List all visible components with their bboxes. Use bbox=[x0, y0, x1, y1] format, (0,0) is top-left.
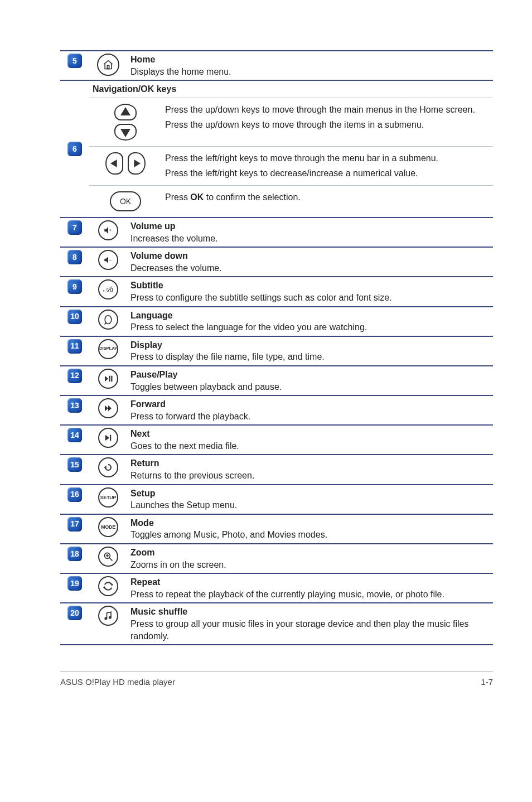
updown-desc-2: Press the up/down keys to move through t… bbox=[165, 119, 490, 131]
ok-desc-post: to confirm the selection. bbox=[204, 192, 300, 202]
subtitle-icon: 𝒜a bbox=[98, 279, 118, 299]
subtitle-title: Subtitle bbox=[130, 279, 490, 292]
volume-down-icon: – bbox=[98, 250, 118, 270]
svg-marker-15 bbox=[105, 435, 110, 441]
volume-down-desc: Decreases the volume. bbox=[130, 262, 490, 274]
svg-text:–: – bbox=[109, 257, 112, 263]
leftright-desc-1: Press the left/right keys to move throug… bbox=[165, 152, 490, 165]
repeat-icon bbox=[98, 576, 118, 596]
pause-play-icon bbox=[98, 369, 118, 389]
home-desc: Displays the home menu. bbox=[130, 66, 490, 78]
updown-desc-1: Press the up/down keys to move through t… bbox=[165, 104, 490, 116]
home-title: Home bbox=[130, 54, 490, 66]
volume-up-icon: + bbox=[98, 220, 118, 240]
zoom-icon bbox=[98, 547, 118, 567]
next-icon bbox=[98, 428, 118, 448]
mode-desc: Toggles among Music, Photo, and Movies m… bbox=[130, 529, 490, 541]
navok-heading: Navigation/OK keys bbox=[89, 80, 493, 98]
return-desc: Returns to the previous screen. bbox=[130, 470, 490, 482]
svg-rect-0 bbox=[107, 66, 109, 69]
return-title: Return bbox=[130, 457, 490, 470]
next-title: Next bbox=[130, 428, 490, 440]
badge-7: 7 bbox=[67, 220, 82, 235]
display-icon: DISPLAY bbox=[98, 339, 118, 359]
svg-marker-3 bbox=[110, 160, 117, 167]
pauseplay-title: Pause/Play bbox=[130, 369, 490, 381]
svg-rect-16 bbox=[110, 435, 111, 441]
zoom-title: Zoom bbox=[130, 547, 490, 559]
pauseplay-desc: Toggles between playback and pause. bbox=[130, 381, 490, 393]
svg-marker-10 bbox=[105, 376, 108, 382]
svg-marker-22 bbox=[112, 583, 113, 586]
forward-title: Forward bbox=[130, 398, 490, 410]
svg-text:+: + bbox=[109, 228, 112, 233]
down-arrow-icon bbox=[114, 124, 137, 141]
ok-desc-pre: Press bbox=[165, 192, 190, 202]
badge-20: 20 bbox=[67, 606, 82, 620]
svg-point-25 bbox=[109, 616, 112, 619]
badge-9: 9 bbox=[67, 279, 82, 294]
badge-5: 5 bbox=[67, 54, 82, 68]
language-desc: Press to select the language for the vid… bbox=[130, 321, 490, 334]
language-title: Language bbox=[130, 310, 490, 322]
svg-marker-4 bbox=[134, 160, 141, 167]
svg-marker-2 bbox=[120, 129, 130, 137]
badge-11: 11 bbox=[67, 339, 82, 354]
leftright-desc-2: Press the left/right keys to decrease/in… bbox=[165, 167, 490, 180]
right-arrow-icon bbox=[128, 152, 146, 175]
svg-marker-7 bbox=[104, 257, 108, 263]
badge-13: 13 bbox=[67, 398, 82, 413]
volume-up-desc: Increases the volume. bbox=[130, 233, 490, 245]
repeat-desc: Press to repeat the playback of the curr… bbox=[130, 588, 490, 601]
volume-up-title: Volume up bbox=[130, 220, 490, 233]
badge-17: 17 bbox=[67, 517, 82, 532]
svg-line-19 bbox=[109, 558, 113, 561]
svg-marker-5 bbox=[104, 227, 108, 234]
svg-point-24 bbox=[104, 617, 107, 620]
shuffle-desc: Press to group all your music files in y… bbox=[130, 618, 490, 642]
left-arrow-icon bbox=[105, 152, 123, 175]
svg-rect-12 bbox=[111, 376, 112, 382]
shuffle-title: Music shuffle bbox=[130, 606, 490, 618]
badge-8: 8 bbox=[67, 250, 82, 264]
svg-marker-23 bbox=[103, 586, 105, 589]
badge-14: 14 bbox=[67, 428, 82, 442]
music-shuffle-icon bbox=[98, 606, 118, 626]
zoom-desc: Zooms in on the screen. bbox=[130, 559, 490, 571]
badge-18: 18 bbox=[67, 547, 82, 561]
svg-rect-11 bbox=[109, 376, 110, 382]
mode-title: Mode bbox=[130, 517, 490, 529]
forward-desc: Press to forward the playback. bbox=[130, 410, 490, 423]
mode-icon: MODE bbox=[98, 517, 118, 537]
footer-left: ASUS O!Play HD media player bbox=[60, 677, 175, 687]
next-desc: Goes to the next media file. bbox=[130, 440, 490, 452]
return-icon bbox=[98, 457, 118, 477]
footer-right: 1-7 bbox=[481, 677, 493, 687]
repeat-title: Repeat bbox=[130, 576, 490, 588]
setup-title: Setup bbox=[130, 487, 490, 500]
up-arrow-icon bbox=[114, 104, 137, 120]
badge-16: 16 bbox=[67, 487, 82, 502]
setup-icon: SETUP bbox=[98, 487, 118, 508]
badge-12: 12 bbox=[67, 369, 82, 383]
setup-desc: Launches the Setup menu. bbox=[130, 499, 490, 511]
badge-15: 15 bbox=[67, 457, 82, 472]
svg-marker-1 bbox=[120, 107, 130, 115]
display-title: Display bbox=[130, 339, 490, 351]
badge-10: 10 bbox=[67, 310, 82, 324]
badge-6: 6 bbox=[67, 142, 82, 156]
svg-marker-13 bbox=[105, 405, 108, 412]
home-icon bbox=[97, 54, 119, 76]
subtitle-desc: Press to configure the subtitle settings… bbox=[130, 292, 490, 304]
ok-button-icon: OK bbox=[110, 191, 141, 211]
ok-desc-strong: OK bbox=[190, 192, 204, 202]
language-icon bbox=[98, 310, 118, 330]
display-desc: Press to display the file name, file typ… bbox=[130, 351, 490, 363]
badge-19: 19 bbox=[67, 576, 82, 591]
svg-marker-14 bbox=[108, 405, 112, 412]
volume-down-title: Volume down bbox=[130, 250, 490, 262]
forward-icon bbox=[98, 398, 118, 418]
